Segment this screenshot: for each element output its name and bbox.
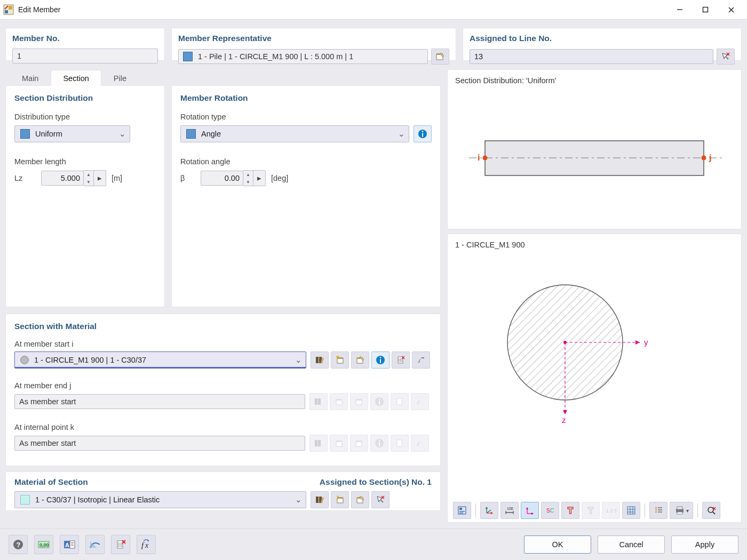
length-arrow-button[interactable]: ▸	[94, 170, 106, 186]
new-section-button[interactable]	[331, 351, 349, 369]
member-rep-field[interactable]: 1 - Pile | 1 - CIRCLE_M1 900 | L : 5.000…	[178, 49, 428, 64]
svg-text:z: z	[562, 415, 566, 425]
material-library-button[interactable]	[311, 491, 329, 508]
member-rotation-panel: Member Rotation Rotation type Angle ⌄ Ro…	[171, 85, 441, 307]
member-rotation-title: Member Rotation	[180, 93, 432, 103]
close-button[interactable]	[718, 0, 744, 19]
values-button[interactable]	[453, 502, 471, 519]
material-swatch	[20, 495, 30, 505]
svg-point-46	[379, 440, 380, 442]
stress-points-button[interactable]: SC	[541, 502, 559, 519]
svg-rect-72	[459, 508, 462, 510]
section-shape-grey-button	[582, 502, 600, 519]
grid-button[interactable]	[622, 502, 640, 519]
ok-button[interactable]: OK	[524, 535, 591, 554]
svg-line-106	[713, 512, 715, 514]
svg-rect-4	[703, 7, 708, 12]
tab-pile[interactable]: Pile	[101, 70, 139, 86]
formula-button[interactable]: fx	[137, 535, 156, 554]
axes-button[interactable]	[480, 502, 498, 519]
edit-material-button[interactable]	[351, 491, 369, 508]
section-internal-toolbar	[309, 435, 429, 452]
angle-symbol: β	[180, 174, 201, 182]
align-section-button	[411, 435, 429, 452]
rotation-type-label: Rotation type	[180, 113, 432, 121]
svg-rect-23	[380, 359, 381, 363]
section-shape-button[interactable]	[561, 502, 579, 519]
rotation-angle-label: Rotation angle	[180, 157, 432, 166]
chevron-down-icon: ⌄	[291, 495, 306, 504]
calculate-button[interactable]	[85, 535, 105, 554]
delete-section-button	[391, 435, 409, 452]
distribution-type-select[interactable]: Uniform ⌄	[14, 125, 130, 142]
section-preview-title: 1 - CIRCLE_M1 900	[455, 241, 741, 249]
local-axes-button[interactable]	[521, 502, 539, 519]
reset-button[interactable]	[111, 535, 130, 554]
minimize-button[interactable]	[667, 0, 693, 19]
new-section-button	[330, 435, 348, 452]
rotation-angle-input[interactable]: 0.00 ▲▼ ▸	[201, 171, 266, 185]
svg-rect-43	[356, 441, 362, 442]
find-button[interactable]	[702, 502, 720, 519]
pick-material-button[interactable]	[371, 491, 390, 508]
svg-rect-45	[379, 443, 380, 446]
delete-section-button[interactable]	[392, 351, 410, 369]
svg-rect-12	[422, 133, 423, 137]
distribution-preview-panel: Section Distribution: 'Uniform' i j	[447, 69, 742, 229]
new-material-button[interactable]	[331, 491, 349, 508]
angle-arrow-button[interactable]: ▸	[253, 170, 266, 186]
section-with-material-panel: Section with Material At member start i …	[5, 314, 441, 466]
svg-text:x: x	[145, 541, 149, 549]
section-preview-panel: 1 - CIRCLE_M1 900 y z	[447, 234, 742, 523]
dimension-button[interactable]: 100	[500, 502, 519, 519]
assigned-line-title: Assigned to Line No.	[470, 34, 735, 43]
section-start-toolbar	[311, 351, 430, 369]
svg-rect-99	[658, 507, 662, 508]
tab-main[interactable]: Main	[10, 70, 51, 86]
svg-marker-87	[526, 507, 528, 509]
angle-unit: [deg]	[271, 174, 288, 182]
print-button[interactable]: ▾	[670, 502, 693, 519]
help-button[interactable]: ?	[9, 535, 28, 554]
section-with-material-title: Section with Material	[14, 322, 432, 331]
edit-section-button	[350, 393, 368, 410]
svg-rect-47	[397, 440, 402, 446]
list-button[interactable]	[649, 502, 667, 519]
section-start-select[interactable]: 1 - CIRCLE_M1 900 | 1 - C30/37 ⌄	[14, 351, 306, 369]
svg-rect-33	[336, 399, 342, 401]
pick-line-button[interactable]	[717, 49, 735, 65]
rotation-info-button[interactable]	[414, 125, 432, 142]
svg-text:100: 100	[507, 507, 513, 510]
align-section-button	[411, 393, 429, 410]
library-button[interactable]	[311, 351, 329, 369]
cancel-button[interactable]: Cancel	[598, 535, 665, 554]
svg-marker-118	[90, 541, 97, 548]
rotation-angle-value: 0.00	[201, 171, 243, 186]
material-of-section-panel: Material of Section Assigned to Section(…	[5, 471, 441, 511]
section-info-button[interactable]	[371, 351, 390, 369]
apply-button[interactable]: Apply	[671, 535, 738, 554]
assigned-line-field[interactable]: 13	[470, 49, 713, 64]
material-select[interactable]: 1 - C30/37 | Isotropic | Linear Elastic …	[14, 491, 306, 508]
maximize-button[interactable]	[693, 0, 718, 19]
svg-rect-104	[677, 512, 682, 514]
tabstrip: Main Section Pile	[5, 69, 441, 85]
library-button	[309, 393, 328, 410]
svg-line-79	[487, 510, 491, 513]
edit-member-rep-button[interactable]	[431, 49, 449, 65]
dialog-footer: ? 0,00 A fx OK Cancel Apply	[0, 529, 747, 560]
length-spinner[interactable]: ▲▼	[84, 170, 94, 186]
align-section-button[interactable]	[412, 351, 430, 369]
angle-spinner[interactable]: ▲▼	[243, 170, 253, 186]
svg-rect-100	[658, 509, 662, 510]
tab-section[interactable]: Section	[51, 70, 101, 86]
edit-section-button[interactable]	[351, 351, 369, 369]
member-no-panel: Member No. 1	[5, 28, 165, 61]
display-settings-button[interactable]: A	[60, 535, 79, 554]
rotation-type-select[interactable]: Angle ⌄	[180, 125, 409, 142]
units-button[interactable]: 0,00	[34, 535, 53, 554]
svg-rect-35	[356, 399, 362, 401]
svg-text:?: ?	[17, 541, 21, 549]
library-button	[309, 435, 328, 452]
member-length-input[interactable]: 5.000 ▲▼ ▸	[41, 171, 106, 185]
